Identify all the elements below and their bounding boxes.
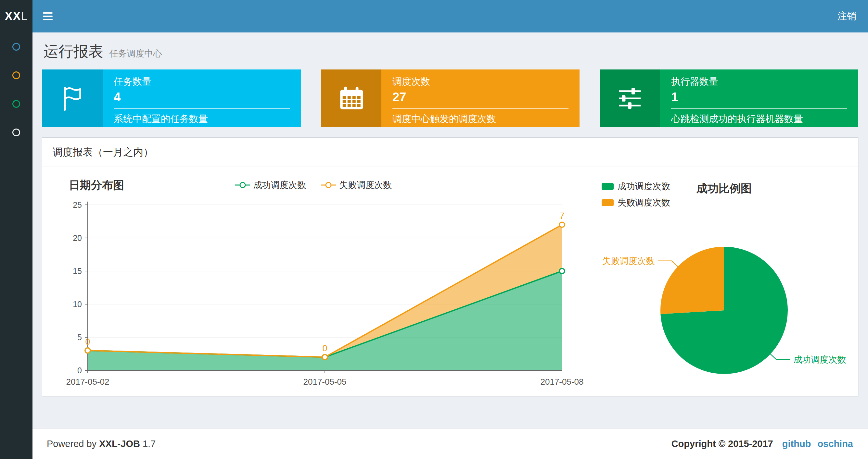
app-logo[interactable]: XXL xyxy=(0,0,32,32)
legend-line-icon xyxy=(321,182,336,189)
info-box-value: 4 xyxy=(114,90,290,104)
data-point[interactable] xyxy=(322,355,328,360)
legend-item[interactable]: 成功调度次数 xyxy=(601,181,670,192)
legend-swatch-icon xyxy=(601,199,614,206)
info-box-description: 系统中配置的任务数量 xyxy=(114,112,290,126)
svg-text:5: 5 xyxy=(77,333,82,342)
pie-chart-title: 成功比例图 xyxy=(696,181,752,196)
legend-swatch-icon xyxy=(601,183,614,190)
panel-body: 日期分布图 成功调度次数 失败调度次数 05101520252017-05-02… xyxy=(42,167,858,396)
copyright-text: Copyright © 2015-2017 xyxy=(672,438,773,449)
info-box: 执行器数量 1 心跳检测成功的执行器机器数量 xyxy=(600,69,858,127)
calendar-icon-block xyxy=(321,69,381,127)
sidebar xyxy=(0,32,32,459)
logo-text-light: L xyxy=(21,9,28,23)
info-box-divider xyxy=(671,108,847,109)
info-box-text: 任务数量 4 系统中配置的任务数量 xyxy=(103,69,301,127)
calendar-icon xyxy=(338,86,364,111)
info-box-value: 1 xyxy=(671,90,847,104)
footer: Powered by XXL-JOB 1.7 Copyright © 2015-… xyxy=(32,428,868,459)
line-chart-head: 日期分布图 成功调度次数 失败调度次数 xyxy=(52,176,601,194)
info-box-title: 调度次数 xyxy=(393,75,568,88)
svg-text:20: 20 xyxy=(73,233,82,242)
info-box-text: 调度次数 27 调度中心触发的调度次数 xyxy=(381,69,580,127)
flag-icon-block xyxy=(42,69,103,127)
svg-text:2017-05-05: 2017-05-05 xyxy=(303,377,347,387)
circle-icon xyxy=(12,129,20,136)
legend-item[interactable]: 失败调度次数 xyxy=(321,179,392,191)
footer-link-oschina[interactable]: oschina xyxy=(817,438,853,449)
legend-label: 失败调度次数 xyxy=(618,197,670,208)
svg-text:10: 10 xyxy=(73,300,82,309)
logout-link[interactable]: 注销 xyxy=(826,0,868,32)
page-subtitle: 任务调度中心 xyxy=(109,49,162,59)
product-version: 1.7 xyxy=(143,438,156,449)
info-box-divider xyxy=(393,108,568,109)
pie-chart-area: 成功调度次数失败调度次数 成功调度次数 失败调度次数 成功比例图 xyxy=(601,176,852,390)
pie-slice-label: 成功调度次数 xyxy=(794,355,846,364)
copyright-area: Copyright © 2015-2017 githuboschina xyxy=(672,438,853,449)
svg-text:15: 15 xyxy=(73,266,82,275)
pie-slice-label: 失败调度次数 xyxy=(602,256,655,266)
point-label: 0 xyxy=(322,343,327,353)
legend-item[interactable]: 成功调度次数 xyxy=(235,179,306,191)
page-title: 运行报表 xyxy=(43,43,103,60)
sliders-icon-block xyxy=(600,69,660,127)
legend-label: 成功调度次数 xyxy=(618,181,670,192)
info-box-title: 任务数量 xyxy=(114,75,290,88)
point-label: 7 xyxy=(559,211,564,221)
legend-label: 失败调度次数 xyxy=(339,179,392,191)
data-point[interactable] xyxy=(85,348,90,353)
sidebar-toggle-button[interactable] xyxy=(32,0,63,32)
report-panel: 调度报表（一月之内） 日期分布图 成功调度次数 失败调度次数 051015202… xyxy=(42,137,858,396)
circle-icon xyxy=(12,43,20,51)
sidebar-item-4[interactable] xyxy=(0,118,32,147)
svg-text:0: 0 xyxy=(77,366,82,375)
data-point[interactable] xyxy=(559,222,565,227)
legend-label: 成功调度次数 xyxy=(253,179,306,191)
info-box-text: 执行器数量 1 心跳检测成功的执行器机器数量 xyxy=(660,69,858,127)
legend-item[interactable]: 失败调度次数 xyxy=(601,197,670,208)
sidebar-item-1[interactable] xyxy=(0,32,32,61)
circle-icon xyxy=(12,100,20,108)
point-label: 0 xyxy=(85,337,90,347)
info-boxes-row: 任务数量 4 系统中配置的任务数量 调度次数 27 调度中心触发的调度次数 xyxy=(32,69,868,127)
logo-text-bold: XX xyxy=(4,9,21,23)
info-box-value: 27 xyxy=(393,90,568,104)
sliders-icon xyxy=(617,86,643,110)
sidebar-item-2[interactable] xyxy=(0,61,32,90)
main-content: 运行报表 任务调度中心 任务数量 4 系统中配置的任务数量 调度次数 27 调度… xyxy=(32,32,868,428)
info-box: 调度次数 27 调度中心触发的调度次数 xyxy=(321,69,580,127)
info-box: 任务数量 4 系统中配置的任务数量 xyxy=(42,69,301,127)
pie-slice[interactable] xyxy=(660,247,724,314)
circle-icon xyxy=(12,71,20,79)
footer-links: githuboschina xyxy=(776,438,853,449)
footer-link-github[interactable]: github xyxy=(782,438,811,449)
info-box-title: 执行器数量 xyxy=(671,75,847,88)
line-chart-legend: 成功调度次数 失败调度次数 xyxy=(235,179,392,191)
sidebar-item-3[interactable] xyxy=(0,90,32,118)
svg-text:2017-05-08: 2017-05-08 xyxy=(540,377,584,387)
pie-chart-legend: 成功调度次数 失败调度次数 xyxy=(601,181,670,208)
content-header: 运行报表 任务调度中心 xyxy=(32,32,868,69)
info-box-description: 调度中心触发的调度次数 xyxy=(393,112,568,126)
hamburger-icon xyxy=(43,12,53,13)
flag-icon xyxy=(59,86,86,111)
pie-callout-line xyxy=(770,354,790,360)
sidebar-menu xyxy=(0,32,32,147)
svg-text:2017-05-02: 2017-05-02 xyxy=(66,377,110,387)
product-name: XXL-JOB xyxy=(99,438,140,449)
top-navbar: XXL 注销 xyxy=(0,0,868,32)
line-chart-title: 日期分布图 xyxy=(69,178,124,193)
panel-title: 调度报表（一月之内） xyxy=(42,138,858,167)
line-chart[interactable]: 05101520252017-05-022017-05-052017-05-08… xyxy=(52,194,591,388)
data-point[interactable] xyxy=(559,268,565,274)
info-box-divider xyxy=(114,108,290,109)
pie-callout-line xyxy=(658,261,678,267)
legend-line-icon xyxy=(235,182,250,189)
powered-by: Powered by XXL-JOB 1.7 xyxy=(47,438,156,449)
info-box-description: 心跳检测成功的执行器机器数量 xyxy=(671,112,847,126)
svg-text:25: 25 xyxy=(73,200,82,209)
line-chart-area: 日期分布图 成功调度次数 失败调度次数 05101520252017-05-02… xyxy=(52,176,601,390)
